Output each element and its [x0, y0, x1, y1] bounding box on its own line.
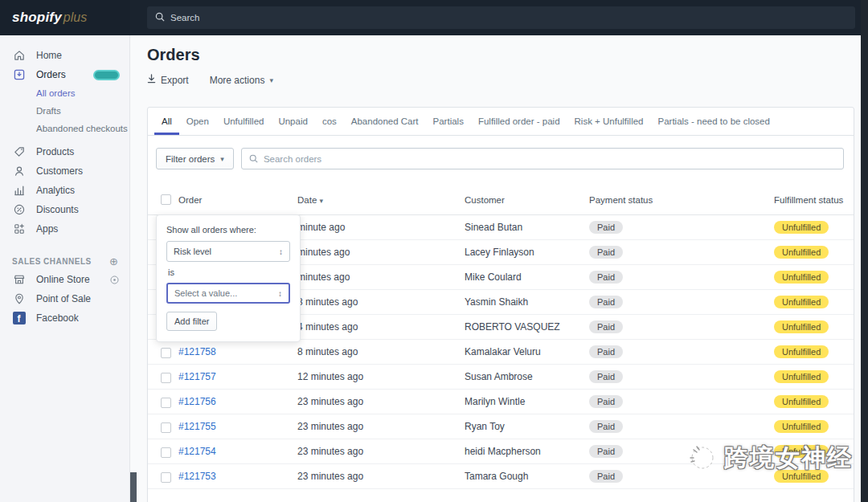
view-store-eye-icon[interactable] — [109, 275, 120, 285]
payment-status-badge: Paid — [589, 370, 623, 383]
sales-channels-section: SALES CHANNELS ⊕ — [0, 252, 129, 270]
sidebar-item-discounts[interactable]: Discounts — [0, 200, 129, 219]
global-search-bar[interactable] — [147, 6, 855, 29]
order-tab[interactable]: cos — [315, 108, 344, 135]
column-header-payment-status: Payment status — [589, 182, 774, 215]
sidebar-item-drafts[interactable]: Drafts — [0, 102, 129, 120]
filter-operator-label: is — [168, 267, 290, 277]
filter-popup: Show all orders where: Risk level ↕ is S… — [156, 214, 301, 342]
sidebar-item-orders[interactable]: Orders — [0, 65, 129, 84]
sidebar-item-home[interactable]: Home — [0, 46, 129, 65]
add-channel-icon[interactable]: ⊕ — [109, 256, 118, 267]
products-icon — [12, 145, 26, 159]
online-store-icon — [12, 273, 26, 287]
order-row[interactable]: #121754 23 minutes ago heidi Macpherson … — [148, 439, 854, 464]
sidebar-item-customers[interactable]: Customers — [0, 161, 129, 181]
order-number-link[interactable]: #121754 — [178, 446, 216, 457]
sort-descending-icon: ▾ — [320, 197, 324, 205]
order-row[interactable]: #121756 23 minutes ago Marilyn Wintle Pa… — [148, 390, 854, 414]
sidebar-item-facebook[interactable]: f Facebook — [0, 308, 129, 328]
order-customer: ROBERTO VASQUEZ — [465, 315, 589, 340]
order-number-link[interactable]: #121755 — [178, 421, 216, 432]
content-scrollbar-thumb[interactable] — [130, 472, 137, 502]
filter-field-select[interactable]: Risk level ↕ — [166, 241, 290, 262]
sidebar-item-apps[interactable]: Apps — [0, 219, 129, 239]
fulfillment-status-badge: Unfulfilled — [774, 271, 829, 284]
order-tab[interactable]: Open — [179, 108, 216, 135]
search-icon — [249, 152, 258, 166]
order-row[interactable]: #121753 23 minutes ago Tamara Gough Paid… — [148, 464, 854, 489]
order-row[interactable]: #121757 12 minutes ago Susan Ambrose Pai… — [148, 365, 854, 390]
sidebar-item-analytics[interactable]: Analytics — [0, 181, 129, 200]
order-tab[interactable]: Partials — [426, 108, 471, 135]
sidebar-item-label: Customers — [36, 165, 83, 177]
sidebar-item-label: Apps — [36, 223, 58, 235]
sidebar-item-abandoned-checkouts[interactable]: Abandoned checkouts — [0, 120, 129, 137]
filter-popup-heading: Show all orders where: — [166, 225, 290, 235]
more-actions-button[interactable]: More actions ▾ — [210, 75, 273, 86]
filter-orders-button[interactable]: Filter orders ▾ — [156, 148, 234, 169]
select-all-checkbox[interactable] — [161, 194, 171, 205]
discounts-icon — [12, 203, 26, 217]
sidebar-item-all-orders[interactable]: All orders — [0, 84, 129, 102]
filter-value-select[interactable]: Select a value... ↕ — [166, 283, 290, 304]
order-customer: Tamara Gough — [465, 464, 589, 489]
sidebar-item-label: Analytics — [36, 185, 75, 196]
order-date: 23 minutes ago — [297, 439, 465, 464]
order-number-link[interactable]: #121753 — [178, 471, 216, 482]
sidebar-item-label: Orders — [36, 69, 66, 80]
chevron-down-icon: ▾ — [220, 155, 224, 163]
order-customer: Sinead Butan — [465, 215, 589, 240]
row-checkbox[interactable] — [161, 447, 171, 458]
window-scrollbar[interactable] — [861, 0, 868, 502]
order-date: 23 minutes ago — [297, 414, 465, 439]
order-customer: Mike Coulard — [465, 265, 589, 290]
main-content: Orders Export More actions ▾ AllOpenUnfu… — [130, 35, 861, 502]
order-row[interactable]: #121755 23 minutes ago Ryan Toy Paid Unf… — [148, 414, 854, 439]
order-tab[interactable]: Fulfilled order - paid — [471, 108, 567, 135]
export-button[interactable]: Export — [147, 74, 189, 86]
order-number-link[interactable]: #121756 — [178, 396, 216, 407]
sidebar-item-point-of-sale[interactable]: Point of Sale — [0, 289, 129, 308]
facebook-icon: f — [12, 312, 26, 325]
logo-plus-text: plus — [63, 10, 87, 25]
order-tab[interactable]: Abandoned Cart — [344, 108, 426, 135]
page-title: Orders — [147, 46, 861, 64]
column-header-date[interactable]: Date ▾ — [297, 182, 465, 215]
order-row[interactable]: #121758 8 minutes ago Kamalakar Veluru P… — [148, 340, 854, 365]
chevron-down-icon: ▾ — [269, 76, 273, 84]
order-tab[interactable]: Risk + Unfulfilled — [567, 108, 651, 135]
fulfillment-status-badge: Unfulfilled — [774, 246, 829, 259]
order-number-link[interactable]: #121757 — [178, 371, 216, 382]
fulfillment-status-badge: Unfulfilled — [774, 320, 829, 333]
row-checkbox[interactable] — [161, 422, 171, 433]
row-checkbox[interactable] — [161, 472, 171, 483]
orders-icon — [12, 68, 26, 82]
global-search-input[interactable] — [170, 13, 847, 22]
fulfillment-status-badge: Unfulfilled — [774, 221, 829, 234]
order-number-link[interactable]: #121758 — [178, 346, 216, 357]
order-tab[interactable]: Unfulfilled — [216, 108, 272, 135]
sidebar-item-label: Abandoned checkouts — [36, 124, 128, 133]
sidebar-item-products[interactable]: Products — [0, 142, 129, 161]
order-date: 12 minutes ago — [297, 365, 465, 390]
sidebar-item-label: Facebook — [36, 312, 79, 324]
add-filter-button[interactable]: Add filter — [166, 312, 217, 331]
order-customer: Lacey Finlayson — [465, 240, 589, 265]
payment-status-badge: Paid — [589, 345, 623, 358]
row-checkbox[interactable] — [161, 348, 171, 358]
search-icon — [155, 10, 165, 25]
order-customer: Kamalakar Veluru — [465, 340, 589, 365]
orders-search-bar[interactable] — [241, 148, 844, 169]
fulfillment-status-badge: Unfulfilled — [774, 395, 829, 408]
order-tab[interactable]: All — [154, 108, 179, 135]
sidebar-item-online-store[interactable]: Online Store — [0, 270, 129, 289]
order-tab[interactable]: Unpaid — [271, 108, 314, 135]
table-header-row: Order Date ▾ Customer Payment status Ful… — [148, 182, 854, 215]
orders-search-input[interactable] — [264, 154, 836, 164]
customers-icon — [12, 165, 26, 178]
order-tab[interactable]: Partials - need to be closed — [651, 108, 777, 135]
fulfillment-status-badge: Unfulfilled — [774, 420, 829, 433]
row-checkbox[interactable] — [161, 373, 171, 383]
row-checkbox[interactable] — [161, 398, 171, 408]
